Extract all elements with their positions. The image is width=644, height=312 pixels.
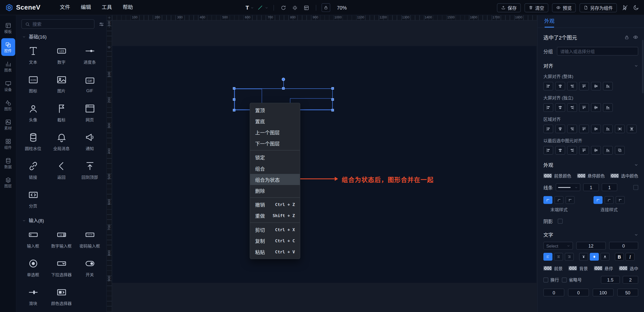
menu-item-删除[interactable]: 删除 xyxy=(250,185,300,196)
menu-item-置顶[interactable]: 置顶 xyxy=(250,105,300,116)
italic-button[interactable]: I xyxy=(626,253,635,261)
cursor-off-icon[interactable] xyxy=(622,5,628,11)
menu-item-下一个图层[interactable]: 下一个图层 xyxy=(250,138,300,149)
align-right-button[interactable] xyxy=(567,146,577,155)
section-appearance-header[interactable]: 外观 xyxy=(543,161,638,168)
bold-button[interactable]: B xyxy=(615,253,624,261)
menu-item-帮助[interactable]: 帮助 xyxy=(117,0,138,15)
align-right-button[interactable] xyxy=(567,103,577,112)
align-top-button[interactable] xyxy=(579,103,589,112)
section-align-header[interactable]: 对齐 xyxy=(543,62,638,69)
menu-item-置底[interactable]: 置底 xyxy=(250,116,300,127)
align-top-button[interactable] xyxy=(579,82,589,90)
line-width2-input[interactable] xyxy=(602,183,617,191)
resize-handle[interactable] xyxy=(233,109,235,112)
ellipsis-checkbox[interactable] xyxy=(562,277,567,282)
sidebar-item-charts[interactable]: 图表 xyxy=(1,58,15,75)
font-select[interactable]: Select xyxy=(543,242,573,250)
distribute-v-button[interactable] xyxy=(627,125,636,133)
line-count-input[interactable] xyxy=(623,276,638,284)
align-left-button[interactable] xyxy=(543,146,553,155)
resize-handle[interactable] xyxy=(332,98,334,100)
line-checkbox[interactable] xyxy=(633,185,638,190)
text-color-swatch[interactable] xyxy=(543,266,552,270)
eye-icon[interactable] xyxy=(633,34,638,40)
preview-button[interactable]: 预览 xyxy=(552,3,576,12)
palette-item[interactable]: 链接 xyxy=(19,156,47,185)
appearance-color-swatch[interactable] xyxy=(543,174,552,178)
palette-item[interactable]: 下拉选择器 xyxy=(47,253,76,282)
menu-item-组合[interactable]: 组合 xyxy=(250,163,300,174)
palette-item[interactable]: 回到顶部 xyxy=(75,156,104,185)
menu-item-工具[interactable]: 工具 xyxy=(96,0,117,15)
palette-item[interactable]: 开关 xyxy=(75,253,104,282)
text-color-swatch[interactable] xyxy=(594,266,602,270)
align-top-button[interactable] xyxy=(579,146,589,155)
menu-item-粘贴[interactable]: 粘贴Ctrl + V xyxy=(250,246,300,257)
align-center-v-button[interactable] xyxy=(591,146,601,155)
sidebar-item-assets[interactable]: 素材 xyxy=(1,116,15,133)
line-height-input[interactable] xyxy=(601,276,620,284)
sidebar-item-components[interactable]: 组件 xyxy=(1,135,15,153)
menu-item-文件[interactable]: 文件 xyxy=(55,0,75,15)
lock-canvas-button[interactable] xyxy=(322,3,330,12)
sidebar-item-layers[interactable]: 图层 xyxy=(1,174,15,191)
text-align-right-button[interactable] xyxy=(565,253,574,261)
fit-view-icon[interactable] xyxy=(292,5,298,11)
metric-input-2[interactable] xyxy=(593,289,614,296)
group-input[interactable] xyxy=(557,47,638,55)
align-right-button[interactable] xyxy=(567,125,577,133)
sidebar-item-devices[interactable]: 设备 xyxy=(1,77,15,94)
save-button[interactable]: 保存 xyxy=(497,3,521,12)
sidebar-item-widgets[interactable]: 控件 xyxy=(1,38,15,56)
align-bottom-button[interactable] xyxy=(603,125,613,133)
appearance-color-swatch[interactable] xyxy=(577,174,585,178)
join-miter-button[interactable] xyxy=(593,196,602,204)
palette-item[interactable]: 截标 xyxy=(47,98,76,127)
section-text-header[interactable]: 文字 xyxy=(543,231,638,238)
align-center-h-button[interactable] xyxy=(555,146,565,155)
align-top-button[interactable] xyxy=(579,125,589,133)
clear-button[interactable]: 清空 xyxy=(525,3,548,12)
wrap-checkbox[interactable] xyxy=(543,277,548,282)
letter-spacing-input[interactable] xyxy=(609,242,638,250)
metric-input-0[interactable] xyxy=(543,289,564,296)
distribute-h-button[interactable] xyxy=(615,125,625,133)
align-bottom-button[interactable] xyxy=(603,146,613,155)
sidebar-item-data[interactable]: 数据 xyxy=(1,154,15,172)
align-center-h-button[interactable] xyxy=(555,103,565,112)
cap-square-button[interactable] xyxy=(566,196,575,204)
grid-icon[interactable] xyxy=(304,5,309,11)
menu-item-锁定[interactable]: 锁定 xyxy=(250,152,300,163)
align-center-v-button[interactable] xyxy=(591,82,601,90)
canvas-area[interactable]: 置顶置底上一个图层下一个图层锁定组合组合为状态删除撤销Ctrl + Z重做Shi… xyxy=(107,15,537,312)
save-as-component-button[interactable]: 另存为组件 xyxy=(580,3,617,12)
align-left-button[interactable] xyxy=(543,82,553,90)
shadow-checkbox[interactable] xyxy=(558,219,563,224)
menu-item-复制[interactable]: 复制Ctrl + C xyxy=(250,235,300,246)
align-center-h-button[interactable] xyxy=(555,82,565,90)
text-tool-button[interactable]: T xyxy=(246,5,254,11)
text-align-center-button[interactable] xyxy=(554,253,563,261)
menu-item-上一个图层[interactable]: 上一个图层 xyxy=(250,127,300,138)
align-right-button[interactable] xyxy=(567,82,577,90)
menu-item-编辑[interactable]: 编辑 xyxy=(75,0,96,15)
join-bevel-button[interactable] xyxy=(616,196,625,204)
resize-handle[interactable] xyxy=(233,87,235,90)
line-tool-button[interactable] xyxy=(257,5,268,11)
tab-appearance[interactable]: 外观 xyxy=(544,17,554,27)
palette-item[interactable]: 密码输入框 xyxy=(75,224,104,253)
filter-icon[interactable] xyxy=(99,21,104,27)
palette-item[interactable]: 返回 xyxy=(47,156,76,185)
palette-item[interactable]: 头像 xyxy=(19,98,47,127)
align-left-button[interactable] xyxy=(543,125,553,133)
resize-handle[interactable] xyxy=(332,87,334,90)
overlap-button[interactable] xyxy=(615,146,625,155)
palette-item[interactable]: 进度条 xyxy=(75,41,104,70)
palette-item[interactable]: ICON图标 xyxy=(19,70,47,98)
palette-item[interactable]: 123数字 xyxy=(47,41,76,70)
line-width-input[interactable] xyxy=(583,183,599,191)
palette-item[interactable]: 通知 xyxy=(75,127,104,156)
text-align-left-button[interactable] xyxy=(543,253,552,261)
palette-item[interactable]: 圆柱水位 xyxy=(19,127,47,156)
